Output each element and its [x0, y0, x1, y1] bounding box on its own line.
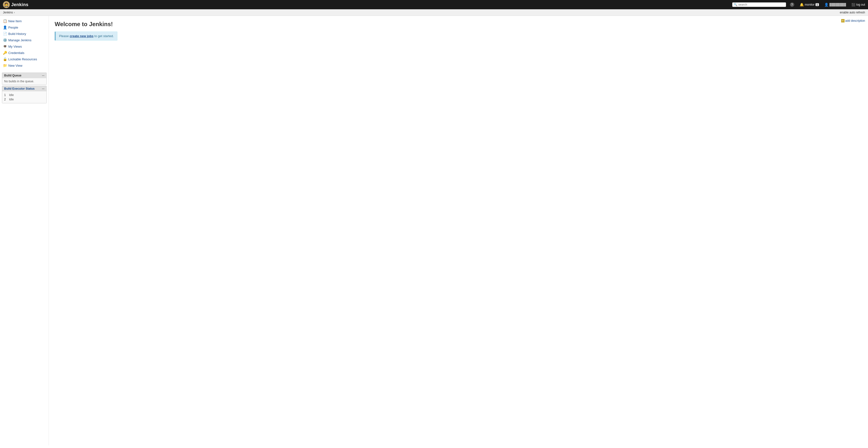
executor-number-0: 1 [4, 93, 7, 97]
sidebar-item-icon-7: 📁 [3, 63, 7, 67]
sidebar-item-icon-5: 🔑 [3, 51, 7, 55]
build-executor-panel: Build Executor Status — 1 Idle 2 Idle [2, 86, 46, 103]
search-icon: 🔍 [734, 3, 737, 6]
breadcrumb-root[interactable]: Jenkins [3, 11, 13, 14]
sidebar-item-icon-2: 📄 [3, 32, 7, 36]
logout-icon: ⬛ [851, 3, 855, 7]
auto-refresh-link[interactable]: enable auto refresh [840, 11, 865, 14]
welcome-suffix: to get started. [93, 34, 114, 38]
create-new-jobs-link[interactable]: create new jobs [69, 34, 93, 38]
add-description-area: ✏ add description [841, 19, 865, 23]
sidebar-item-people[interactable]: 👤 People [0, 24, 49, 31]
sidebar-item-label-2: Build History [8, 32, 26, 36]
build-executor-header: Build Executor Status — [2, 86, 46, 91]
sidebar-item-new-view[interactable]: 📁 New View [0, 62, 49, 69]
build-queue-empty-message: No builds in the queue. [4, 80, 34, 83]
sidebar-panels: Build Queue — No builds in the queue. Bu… [0, 72, 49, 103]
header: 🤵 Jenkins 🔍 ? 🔔 monitor 1 👤 ████████ ⬛ l… [0, 0, 868, 9]
build-executor-title-link[interactable]: Build Executor Status [4, 87, 35, 90]
sidebar-item-build-history[interactable]: 📄 Build History [0, 31, 49, 37]
executor-list: 1 Idle 2 Idle [2, 91, 46, 103]
sidebar-item-label-6: Lockable Resources [8, 57, 37, 61]
sidebar-item-icon-3: ⚙️ [3, 38, 7, 42]
user-icon: 👤 [824, 3, 829, 7]
search-input[interactable] [738, 3, 784, 6]
sidebar-item-label-4: My Views [8, 45, 22, 48]
executor-row: 1 Idle [4, 93, 44, 97]
sidebar-item-label-1: People [8, 26, 18, 29]
page-layout: 📋 New Item 👤 People 📄 Build History ⚙️ M… [0, 16, 868, 445]
add-description-icon: ✏ [841, 19, 844, 23]
build-queue-title: Build Queue [4, 74, 22, 77]
username-label: ████████ [830, 3, 846, 6]
build-queue-header: Build Queue — [2, 73, 46, 78]
build-executor-collapse-icon[interactable]: — [42, 87, 44, 90]
breadcrumb: Jenkins › [3, 11, 15, 14]
sidebar-item-icon-0: 📋 [3, 19, 7, 23]
sidebar-item-my-views[interactable]: 👁️ My Views [0, 43, 49, 50]
sidebar-item-credentials[interactable]: 🔑 Credentials [0, 50, 49, 56]
build-queue-collapse-icon[interactable]: — [42, 74, 44, 77]
executor-status-1: Idle [9, 98, 14, 101]
sidebar-item-manage-jenkins[interactable]: ⚙️ Manage Jenkins [0, 37, 49, 43]
sidebar-item-lockable-resources[interactable]: 🔒 Lockable Resources [0, 56, 49, 62]
notification-bell-icon: 🔔 [800, 3, 804, 7]
logout-label: log out [856, 3, 865, 6]
add-description-link[interactable]: ✏ add description [841, 19, 865, 23]
main-content: Welcome to Jenkins! Please create new jo… [49, 16, 868, 445]
sidebar-item-label-3: Manage Jenkins [8, 38, 31, 42]
executor-status-0: Idle [9, 93, 14, 97]
sidebar-item-label-5: Credentials [8, 51, 24, 55]
add-description-label: add description [845, 19, 865, 23]
build-queue-body: No builds in the queue. [2, 78, 46, 85]
build-queue-panel: Build Queue — No builds in the queue. [2, 72, 46, 85]
welcome-prefix: Please [59, 34, 69, 38]
jenkins-logo-icon: 🤵 [3, 1, 10, 8]
help-icon[interactable]: ? [790, 2, 794, 7]
breadcrumb-bar: Jenkins › enable auto refresh [0, 9, 868, 16]
sidebar-item-icon-1: 👤 [3, 25, 7, 29]
app-title: Jenkins [11, 2, 29, 7]
executor-number-1: 2 [4, 98, 7, 101]
sidebar-item-icon-4: 👁️ [3, 44, 7, 48]
monitor-area[interactable]: 🔔 monitor 1 [800, 3, 819, 7]
user-area[interactable]: 👤 ████████ [824, 3, 846, 7]
logout-button[interactable]: ⬛ log out [851, 3, 865, 7]
logo-area: 🤵 Jenkins [3, 1, 29, 8]
executor-row: 2 Idle [4, 97, 44, 101]
welcome-title: Welcome to Jenkins! [55, 21, 862, 28]
sidebar-item-label-0: New Item [8, 19, 22, 23]
sidebar-nav: 📋 New Item 👤 People 📄 Build History ⚙️ M… [0, 18, 49, 69]
welcome-box: Please create new jobs to get started. [55, 31, 117, 40]
search-area: 🔍 [732, 2, 786, 7]
sidebar-item-label-7: New View [8, 64, 23, 67]
monitor-label: monitor [805, 3, 814, 6]
breadcrumb-arrow: › [14, 11, 15, 14]
sidebar-item-new-item[interactable]: 📋 New Item [0, 18, 49, 24]
sidebar: 📋 New Item 👤 People 📄 Build History ⚙️ M… [0, 16, 49, 445]
sidebar-item-icon-6: 🔒 [3, 57, 7, 61]
monitor-count-badge: 1 [815, 3, 819, 6]
